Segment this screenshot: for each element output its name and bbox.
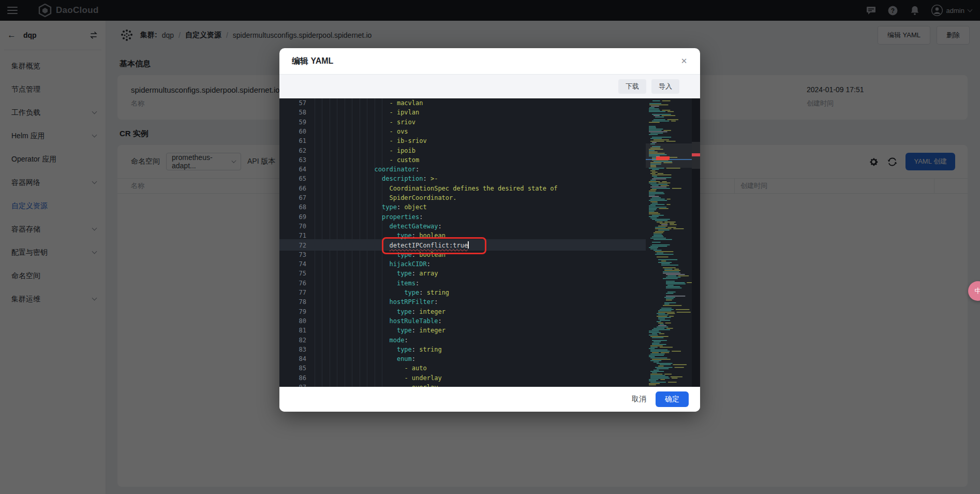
line-number: 71 bbox=[279, 231, 306, 240]
line-content: - sriov bbox=[315, 118, 415, 127]
line-content: type: integer bbox=[315, 326, 446, 335]
line-number: 59 bbox=[279, 118, 306, 127]
code-line-61[interactable]: 61- ib-sriov bbox=[279, 136, 646, 146]
line-content: - overlay bbox=[315, 383, 438, 387]
minimap[interactable] bbox=[646, 98, 692, 387]
yaml-editor[interactable]: 57- macvlan58- ipvlan59- sriov60- ovs61-… bbox=[279, 98, 700, 387]
line-number: 73 bbox=[279, 250, 306, 259]
code-line-82[interactable]: 82mode: bbox=[279, 336, 646, 345]
code-line-71[interactable]: 71type: boolean bbox=[279, 231, 646, 240]
code-line-60[interactable]: 60- ovs bbox=[279, 127, 646, 136]
line-content: properties: bbox=[315, 212, 423, 222]
code-line-76[interactable]: 76items: bbox=[279, 279, 646, 288]
line-content: - auto bbox=[315, 364, 427, 373]
line-content: items: bbox=[315, 279, 419, 288]
line-number: 77 bbox=[279, 288, 306, 297]
code-line-66[interactable]: 66CoordinationSpec defines the desired s… bbox=[279, 184, 646, 193]
line-content: detectGateway: bbox=[315, 222, 442, 231]
confirm-button[interactable]: 确定 bbox=[656, 391, 689, 407]
line-content: type: array bbox=[315, 269, 438, 278]
import-button[interactable]: 导入 bbox=[651, 79, 679, 94]
line-content: description: >- bbox=[315, 174, 438, 183]
code-line-57[interactable]: 57- macvlan bbox=[279, 98, 646, 108]
code-line-72[interactable]: 72detectIPConflict:true bbox=[279, 241, 646, 250]
code-line-63[interactable]: 63- custom bbox=[279, 155, 646, 165]
line-content: type: boolean bbox=[315, 250, 446, 259]
line-content: detectIPConflict:true bbox=[315, 241, 469, 250]
line-number: 70 bbox=[279, 222, 306, 231]
line-number: 65 bbox=[279, 174, 306, 183]
line-number: 68 bbox=[279, 202, 306, 212]
code-line-80[interactable]: 80hostRuleTable: bbox=[279, 316, 646, 326]
line-content: hostRuleTable: bbox=[315, 316, 442, 326]
code-line-84[interactable]: 84enum: bbox=[279, 354, 646, 364]
line-content: - ipoib bbox=[315, 146, 415, 155]
edit-yaml-modal: 编辑 YAML ✕ 下载 导入 57- macvlan58- ipvlan59-… bbox=[279, 48, 700, 412]
line-number: 75 bbox=[279, 269, 306, 278]
line-content: - custom bbox=[315, 155, 419, 165]
minimap-viewport[interactable] bbox=[646, 143, 692, 168]
code-line-67[interactable]: 67SpiderCoordinator. bbox=[279, 193, 646, 202]
line-content: type: object bbox=[315, 202, 427, 212]
download-button[interactable]: 下载 bbox=[618, 79, 646, 94]
line-number: 81 bbox=[279, 326, 306, 335]
line-number: 78 bbox=[279, 297, 306, 307]
line-number: 57 bbox=[279, 98, 306, 108]
line-content: - underlay bbox=[315, 373, 442, 383]
line-content: coordinator: bbox=[315, 165, 419, 174]
code-line-64[interactable]: 64coordinator: bbox=[279, 165, 646, 174]
code-line-59[interactable]: 59- sriov bbox=[279, 118, 646, 127]
code-line-78[interactable]: 78hostRPFilter: bbox=[279, 297, 646, 307]
line-content: enum: bbox=[315, 354, 415, 364]
code-line-62[interactable]: 62- ipoib bbox=[279, 146, 646, 155]
line-number: 61 bbox=[279, 136, 306, 146]
line-number: 82 bbox=[279, 336, 306, 345]
code-line-69[interactable]: 69properties: bbox=[279, 212, 646, 222]
line-content: mode: bbox=[315, 336, 408, 345]
line-number: 83 bbox=[279, 345, 306, 354]
code-line-65[interactable]: 65description: >- bbox=[279, 174, 646, 183]
code-line-83[interactable]: 83type: string bbox=[279, 345, 646, 354]
close-icon[interactable]: ✕ bbox=[678, 55, 690, 67]
code-line-79[interactable]: 79type: integer bbox=[279, 307, 646, 316]
line-number: 85 bbox=[279, 364, 306, 373]
line-content: - ovs bbox=[315, 127, 408, 136]
code-line-86[interactable]: 86- underlay bbox=[279, 373, 646, 383]
line-number: 62 bbox=[279, 146, 306, 155]
line-number: 87 bbox=[279, 383, 306, 387]
code-line-81[interactable]: 81type: integer bbox=[279, 326, 646, 335]
line-content: type: boolean bbox=[315, 231, 446, 240]
line-number: 74 bbox=[279, 259, 306, 269]
line-content: hijackCIDR: bbox=[315, 259, 430, 269]
line-number: 84 bbox=[279, 354, 306, 364]
code-line-77[interactable]: 77type: string bbox=[279, 288, 646, 297]
line-content: type: string bbox=[315, 345, 442, 354]
line-content: type: string bbox=[315, 288, 449, 297]
code-line-58[interactable]: 58- ipvlan bbox=[279, 108, 646, 117]
line-number: 66 bbox=[279, 184, 306, 193]
modal-title: 编辑 YAML bbox=[292, 56, 333, 67]
minimap-error-marker bbox=[656, 156, 670, 160]
line-number: 86 bbox=[279, 373, 306, 383]
line-number: 64 bbox=[279, 165, 306, 174]
line-number: 76 bbox=[279, 279, 306, 288]
cancel-button[interactable]: 取消 bbox=[632, 395, 646, 404]
line-content: - ib-sriov bbox=[315, 136, 427, 146]
line-content: type: integer bbox=[315, 307, 446, 316]
code-line-85[interactable]: 85- auto bbox=[279, 364, 646, 373]
code-line-87[interactable]: 87- overlay bbox=[279, 383, 646, 387]
line-content: hostRPFilter: bbox=[315, 297, 438, 307]
scrollbar-error-marker bbox=[692, 153, 700, 156]
code-line-68[interactable]: 68type: object bbox=[279, 202, 646, 212]
line-content: CoordinationSpec defines the desired sta… bbox=[315, 184, 558, 193]
code-line-74[interactable]: 74hijackCIDR: bbox=[279, 259, 646, 269]
line-number: 67 bbox=[279, 193, 306, 202]
line-number: 79 bbox=[279, 307, 306, 316]
line-content: - macvlan bbox=[315, 98, 423, 108]
line-content: SpiderCoordinator. bbox=[315, 193, 457, 202]
code-line-75[interactable]: 75type: array bbox=[279, 269, 646, 278]
code-line-73[interactable]: 73type: boolean bbox=[279, 250, 646, 259]
line-number: 63 bbox=[279, 155, 306, 165]
code-line-70[interactable]: 70detectGateway: bbox=[279, 222, 646, 231]
line-number: 80 bbox=[279, 316, 306, 326]
